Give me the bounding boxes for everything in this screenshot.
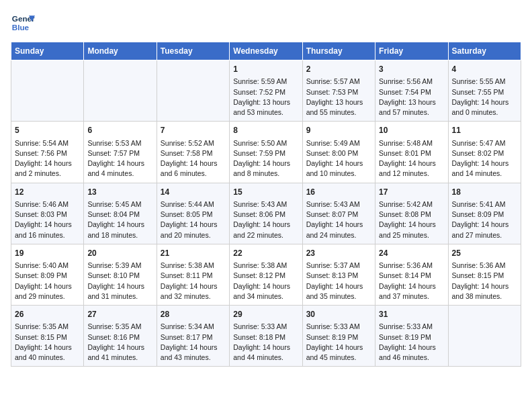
day-number: 15: [233, 187, 298, 198]
day-number: 18: [452, 187, 517, 198]
day-cell: 11Sunrise: 5:47 AM Sunset: 8:02 PM Dayli…: [448, 122, 521, 183]
day-cell: 28Sunrise: 5:34 AM Sunset: 8:17 PM Dayli…: [157, 306, 229, 367]
day-number: 29: [233, 309, 298, 320]
col-header-wednesday: Wednesday: [230, 42, 302, 60]
day-info: Sunrise: 5:33 AM Sunset: 8:18 PM Dayligh…: [233, 322, 298, 363]
day-cell: 12Sunrise: 5:46 AM Sunset: 8:03 PM Dayli…: [11, 183, 84, 244]
day-cell: 6Sunrise: 5:53 AM Sunset: 7:57 PM Daylig…: [84, 122, 157, 183]
day-number: 6: [87, 125, 152, 136]
day-number: 13: [87, 187, 152, 198]
day-number: 23: [306, 248, 371, 259]
day-cell: 14Sunrise: 5:44 AM Sunset: 8:05 PM Dayli…: [157, 183, 229, 244]
day-number: 24: [379, 248, 444, 259]
day-info: Sunrise: 5:39 AM Sunset: 8:10 PM Dayligh…: [87, 261, 152, 302]
day-info: Sunrise: 5:47 AM Sunset: 8:02 PM Dayligh…: [452, 138, 517, 179]
day-number: 26: [15, 309, 80, 320]
day-cell: 10Sunrise: 5:48 AM Sunset: 8:01 PM Dayli…: [375, 122, 448, 183]
day-cell: 18Sunrise: 5:41 AM Sunset: 8:09 PM Dayli…: [448, 183, 521, 244]
day-number: 17: [379, 187, 444, 198]
day-info: Sunrise: 5:38 AM Sunset: 8:12 PM Dayligh…: [233, 261, 298, 302]
day-cell: 22Sunrise: 5:38 AM Sunset: 8:12 PM Dayli…: [230, 244, 302, 305]
day-number: 14: [161, 187, 226, 198]
day-number: 10: [379, 125, 444, 136]
col-header-saturday: Saturday: [448, 42, 521, 60]
day-info: Sunrise: 5:44 AM Sunset: 8:05 PM Dayligh…: [161, 199, 226, 240]
day-number: 9: [306, 125, 371, 136]
day-info: Sunrise: 5:38 AM Sunset: 8:11 PM Dayligh…: [161, 261, 226, 302]
header-row: SundayMondayTuesdayWednesdayThursdayFrid…: [11, 42, 521, 60]
day-number: 7: [161, 125, 226, 136]
day-cell: 27Sunrise: 5:35 AM Sunset: 8:16 PM Dayli…: [84, 306, 157, 367]
day-cell: 2Sunrise: 5:57 AM Sunset: 7:53 PM Daylig…: [302, 60, 375, 122]
day-cell: 21Sunrise: 5:38 AM Sunset: 8:11 PM Dayli…: [157, 244, 229, 305]
day-number: 4: [452, 64, 517, 75]
day-number: 16: [306, 187, 371, 198]
logo: General Blue: [11, 11, 35, 35]
calendar-table: SundayMondayTuesdayWednesdayThursdayFrid…: [11, 42, 521, 367]
day-info: Sunrise: 5:49 AM Sunset: 8:00 PM Dayligh…: [306, 138, 371, 179]
day-info: Sunrise: 5:43 AM Sunset: 8:06 PM Dayligh…: [233, 199, 298, 240]
day-cell: [11, 60, 84, 122]
day-cell: 24Sunrise: 5:36 AM Sunset: 8:14 PM Dayli…: [375, 244, 448, 305]
day-cell: 3Sunrise: 5:56 AM Sunset: 7:54 PM Daylig…: [375, 60, 448, 122]
col-header-thursday: Thursday: [302, 42, 375, 60]
week-row-4: 19Sunrise: 5:40 AM Sunset: 8:09 PM Dayli…: [11, 244, 521, 305]
day-cell: 20Sunrise: 5:39 AM Sunset: 8:10 PM Dayli…: [84, 244, 157, 305]
day-number: 25: [452, 248, 517, 259]
day-cell: [448, 306, 521, 367]
day-info: Sunrise: 5:37 AM Sunset: 8:13 PM Dayligh…: [306, 261, 371, 302]
day-cell: 29Sunrise: 5:33 AM Sunset: 8:18 PM Dayli…: [230, 306, 302, 367]
week-row-2: 5Sunrise: 5:54 AM Sunset: 7:56 PM Daylig…: [11, 122, 521, 183]
day-cell: 31Sunrise: 5:33 AM Sunset: 8:19 PM Dayli…: [375, 306, 448, 367]
day-number: 11: [452, 125, 517, 136]
day-cell: 13Sunrise: 5:45 AM Sunset: 8:04 PM Dayli…: [84, 183, 157, 244]
day-info: Sunrise: 5:36 AM Sunset: 8:15 PM Dayligh…: [452, 261, 517, 302]
day-info: Sunrise: 5:54 AM Sunset: 7:56 PM Dayligh…: [15, 138, 80, 179]
day-info: Sunrise: 5:52 AM Sunset: 7:58 PM Dayligh…: [161, 138, 226, 179]
day-info: Sunrise: 5:56 AM Sunset: 7:54 PM Dayligh…: [379, 77, 444, 118]
col-header-friday: Friday: [375, 42, 448, 60]
day-info: Sunrise: 5:33 AM Sunset: 8:19 PM Dayligh…: [379, 322, 444, 363]
day-number: 3: [379, 64, 444, 75]
day-number: 20: [87, 248, 152, 259]
day-number: 12: [15, 187, 80, 198]
day-info: Sunrise: 5:35 AM Sunset: 8:16 PM Dayligh…: [87, 322, 152, 363]
day-cell: 30Sunrise: 5:33 AM Sunset: 8:19 PM Dayli…: [302, 306, 375, 367]
day-info: Sunrise: 5:59 AM Sunset: 7:52 PM Dayligh…: [233, 77, 298, 118]
day-info: Sunrise: 5:46 AM Sunset: 8:03 PM Dayligh…: [15, 199, 80, 240]
day-info: Sunrise: 5:43 AM Sunset: 8:07 PM Dayligh…: [306, 199, 371, 240]
day-cell: 8Sunrise: 5:50 AM Sunset: 7:59 PM Daylig…: [230, 122, 302, 183]
day-info: Sunrise: 5:42 AM Sunset: 8:08 PM Dayligh…: [379, 199, 444, 240]
day-number: 19: [15, 248, 80, 259]
day-cell: 26Sunrise: 5:35 AM Sunset: 8:15 PM Dayli…: [11, 306, 84, 367]
day-cell: [84, 60, 157, 122]
day-info: Sunrise: 5:40 AM Sunset: 8:09 PM Dayligh…: [15, 261, 80, 302]
week-row-5: 26Sunrise: 5:35 AM Sunset: 8:15 PM Dayli…: [11, 306, 521, 367]
day-cell: 7Sunrise: 5:52 AM Sunset: 7:58 PM Daylig…: [157, 122, 229, 183]
day-number: 5: [15, 125, 80, 136]
header: General Blue: [11, 11, 521, 35]
day-number: 31: [379, 309, 444, 320]
day-cell: 17Sunrise: 5:42 AM Sunset: 8:08 PM Dayli…: [375, 183, 448, 244]
day-number: 8: [233, 125, 298, 136]
day-info: Sunrise: 5:33 AM Sunset: 8:19 PM Dayligh…: [306, 322, 371, 363]
day-cell: 16Sunrise: 5:43 AM Sunset: 8:07 PM Dayli…: [302, 183, 375, 244]
day-info: Sunrise: 5:36 AM Sunset: 8:14 PM Dayligh…: [379, 261, 444, 302]
day-number: 21: [161, 248, 226, 259]
day-info: Sunrise: 5:45 AM Sunset: 8:04 PM Dayligh…: [87, 199, 152, 240]
col-header-monday: Monday: [84, 42, 157, 60]
day-number: 28: [161, 309, 226, 320]
day-info: Sunrise: 5:57 AM Sunset: 7:53 PM Dayligh…: [306, 77, 371, 118]
day-cell: 19Sunrise: 5:40 AM Sunset: 8:09 PM Dayli…: [11, 244, 84, 305]
day-info: Sunrise: 5:35 AM Sunset: 8:15 PM Dayligh…: [15, 322, 80, 363]
day-cell: 15Sunrise: 5:43 AM Sunset: 8:06 PM Dayli…: [230, 183, 302, 244]
day-number: 27: [87, 309, 152, 320]
day-info: Sunrise: 5:55 AM Sunset: 7:55 PM Dayligh…: [452, 77, 517, 118]
logo-icon: General Blue: [11, 11, 35, 35]
day-cell: 4Sunrise: 5:55 AM Sunset: 7:55 PM Daylig…: [448, 60, 521, 122]
day-number: 22: [233, 248, 298, 259]
day-cell: 9Sunrise: 5:49 AM Sunset: 8:00 PM Daylig…: [302, 122, 375, 183]
day-info: Sunrise: 5:41 AM Sunset: 8:09 PM Dayligh…: [452, 199, 517, 240]
day-cell: [157, 60, 229, 122]
day-info: Sunrise: 5:53 AM Sunset: 7:57 PM Dayligh…: [87, 138, 152, 179]
